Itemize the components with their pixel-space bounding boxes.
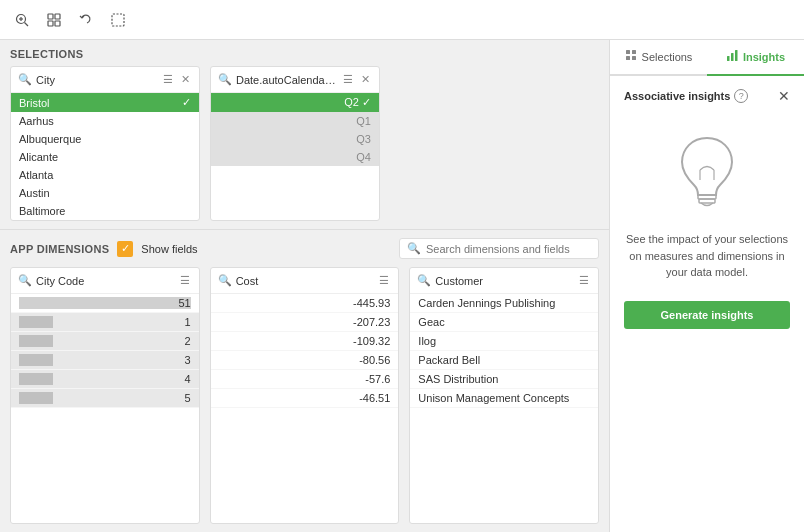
city-code-item-4[interactable]: 4 [11,370,199,389]
date-item-q1[interactable]: Q1 [211,112,379,130]
city-item-bristol-label: Bristol [19,97,50,109]
svg-rect-8 [112,14,124,26]
customer-list: Carden Jennings Publishing Geac Ilog Pac… [410,294,598,523]
date-filter-title: Date.autoCalendar.... [236,74,337,86]
city-item-alicante[interactable]: Alicante [11,148,199,166]
city-code-item-3[interactable]: 3 [11,351,199,370]
svg-rect-9 [626,50,630,54]
svg-rect-7 [55,21,60,26]
svg-rect-4 [48,14,53,19]
city-code-bar-3 [19,354,53,366]
tab-selections[interactable]: Selections [610,40,707,76]
customer-item-5[interactable]: SAS Distribution [410,370,598,389]
city-filter-menu-btn[interactable]: ☰ [161,72,175,87]
city-code-title: City Code [36,275,174,287]
customer-item-6[interactable]: Unison Management Concepts [410,389,598,408]
svg-rect-12 [632,56,636,60]
city-code-item-5[interactable]: 5 [11,389,199,408]
insights-close-btn[interactable]: ✕ [778,88,790,104]
customer-title: Customer [435,275,573,287]
show-fields-label: Show fields [141,243,197,255]
dim-cards-row: 🔍 City Code ☰ 51 [10,267,599,524]
generate-insights-button[interactable]: Generate insights [624,301,790,329]
city-item-austin[interactable]: Austin [11,184,199,202]
city-item-aarhus[interactable]: Aarhus [11,112,199,130]
show-fields-checkbox[interactable]: ✓ [117,241,133,257]
cost-item-2[interactable]: -207.23 [211,313,399,332]
insights-description: See the impact of your selections on mea… [624,231,790,281]
associative-insights-title: Associative insights [624,90,730,102]
panel-tabs: Selections Insights [610,40,804,76]
svg-rect-17 [699,199,715,203]
city-filter-list: Bristol ✓ Aarhus Albuquerque Alicante [11,93,199,220]
city-item-albuquerque[interactable]: Albuquerque [11,130,199,148]
date-filter-close-btn[interactable]: ✕ [359,72,372,87]
city-code-item-2[interactable]: 2 [11,332,199,351]
selection-mode-button[interactable] [104,6,132,34]
customer-item-1[interactable]: Carden Jennings Publishing [410,294,598,313]
tab-selections-label: Selections [642,51,693,63]
undo-button[interactable] [72,6,100,34]
city-code-bar-1 [19,316,53,328]
city-search-icon: 🔍 [18,73,32,86]
date-item-q2[interactable]: Q2 ✓ [211,93,379,112]
city-code-search-icon: 🔍 [18,274,32,287]
customer-menu-btn[interactable]: ☰ [577,273,591,288]
customer-item-3[interactable]: Ilog [410,332,598,351]
city-filter-close-btn[interactable]: ✕ [179,72,192,87]
cost-item-6[interactable]: -46.51 [211,389,399,408]
customer-card: 🔍 Customer ☰ Carden Jennings Publishing … [409,267,599,524]
selections-label: Selections [10,48,599,60]
cost-menu-btn[interactable]: ☰ [377,273,391,288]
app-dim-title: App dimensions [10,243,109,255]
city-code-item-1[interactable]: 1 [11,313,199,332]
dimensions-search-box[interactable]: 🔍 [399,238,599,259]
city-item-bristol[interactable]: Bristol ✓ [11,93,199,112]
dim-search-icon: 🔍 [407,242,421,255]
svg-rect-11 [626,56,630,60]
lightbulb-icon [672,130,742,215]
city-code-header: 🔍 City Code ☰ [11,268,199,294]
city-code-item-51[interactable]: 51 [11,294,199,313]
city-code-menu-btn[interactable]: ☰ [178,273,192,288]
city-item-atlanta[interactable]: Atlanta [11,166,199,184]
cost-item-3[interactable]: -109.32 [211,332,399,351]
cost-title: Cost [236,275,374,287]
dimensions-search-input[interactable] [426,243,591,255]
city-item-baltimore[interactable]: Baltimore [11,202,199,220]
date-item-q3[interactable]: Q3 [211,130,379,148]
svg-rect-14 [731,53,734,61]
date-filter-menu-btn[interactable]: ☰ [341,72,355,87]
svg-rect-6 [48,21,53,26]
date-filter-header: 🔍 Date.autoCalendar.... ☰ ✕ [211,67,379,93]
cost-item-5[interactable]: -57.6 [211,370,399,389]
zoom-in-button[interactable] [8,6,36,34]
city-code-bar-51 [19,297,191,309]
cost-item-1[interactable]: -445.93 [211,294,399,313]
selections-row: 🔍 City ☰ ✕ Bristol ✓ Aarhus [10,66,599,221]
left-panel: Selections 🔍 City ☰ ✕ Bristol ✓ [0,40,609,532]
svg-rect-13 [727,56,730,61]
city-item-bristol-check: ✓ [182,96,191,109]
svg-rect-10 [632,50,636,54]
selections-tab-icon [625,49,638,65]
fit-page-button[interactable] [40,6,68,34]
help-icon[interactable]: ? [734,89,748,103]
insights-content: Associative insights ? ✕ [610,76,804,532]
bulb-container [672,130,742,215]
main-layout: Selections 🔍 City ☰ ✕ Bristol ✓ [0,40,804,532]
svg-line-1 [25,22,29,26]
customer-item-4[interactable]: Packard Bell [410,351,598,370]
cost-item-4[interactable]: -80.56 [211,351,399,370]
customer-item-2[interactable]: Geac [410,313,598,332]
cost-search-icon: 🔍 [218,274,232,287]
city-filter-card: 🔍 City ☰ ✕ Bristol ✓ Aarhus [10,66,200,221]
city-code-bar-4 [19,373,53,385]
cost-header: 🔍 Cost ☰ [211,268,399,294]
tab-insights[interactable]: Insights [707,40,804,76]
selections-section: Selections 🔍 City ☰ ✕ Bristol ✓ [0,40,609,230]
date-item-q4[interactable]: Q4 [211,148,379,166]
svg-rect-5 [55,14,60,19]
customer-header: 🔍 Customer ☰ [410,268,598,294]
city-code-bar-2 [19,335,53,347]
